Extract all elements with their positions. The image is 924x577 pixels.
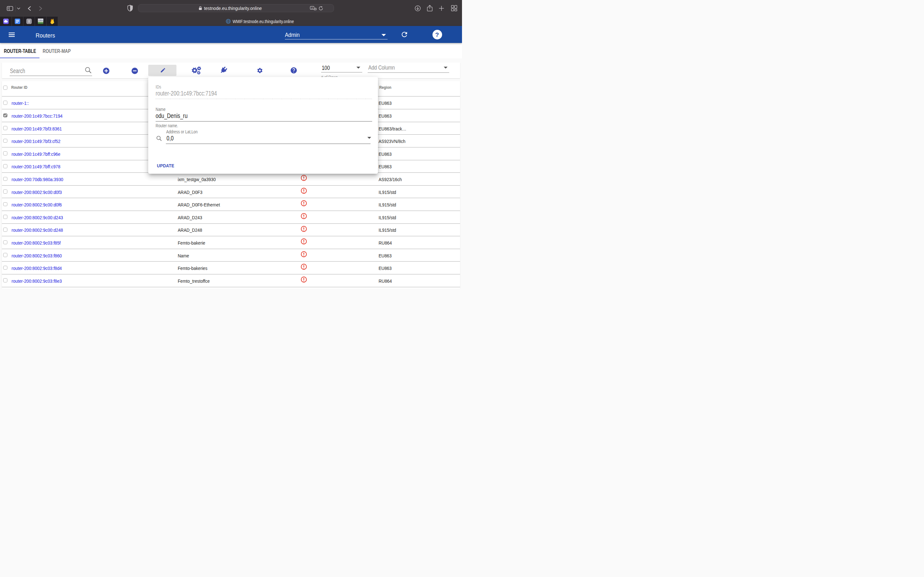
- svg-text:A: A: [311, 7, 313, 10]
- svg-text:USDA: USDA: [38, 19, 43, 21]
